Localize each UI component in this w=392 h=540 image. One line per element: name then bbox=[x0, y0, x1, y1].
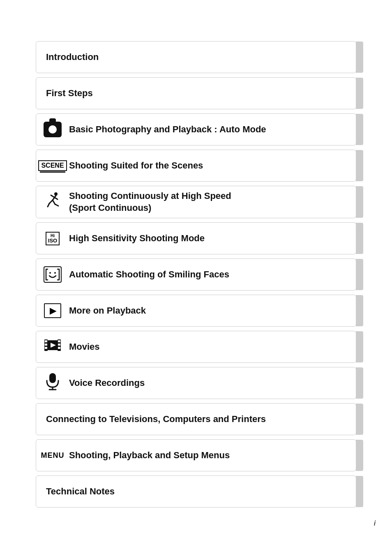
page-container: Introduction First Steps Basic Photograp… bbox=[0, 0, 392, 540]
toc-item-voice[interactable]: Voice Recordings bbox=[36, 367, 356, 399]
movie-icon-area bbox=[36, 337, 69, 357]
toc-label-hi-iso: High Sensitivity Shooting Mode bbox=[69, 228, 356, 249]
toc-item-technical[interactable]: Technical Notes bbox=[36, 475, 356, 508]
toc-label-sport: Shooting Continuously at High Speed(Spor… bbox=[69, 186, 356, 218]
menu-text-icon: MENU bbox=[41, 451, 65, 460]
sport-icon-area bbox=[36, 191, 69, 213]
hi-iso-icon: Hi ISO bbox=[46, 232, 60, 245]
menu-text-icon-area: MENU bbox=[36, 451, 69, 460]
camera-icon-area bbox=[36, 122, 69, 137]
svg-line-7 bbox=[55, 204, 58, 206]
toc-label-movies: Movies bbox=[69, 337, 356, 357]
toc-label-connecting: Connecting to Televisions, Computers and… bbox=[36, 409, 356, 429]
svg-rect-16 bbox=[58, 344, 60, 346]
svg-rect-13 bbox=[45, 347, 47, 349]
toc-item-introduction[interactable]: Introduction bbox=[36, 41, 356, 73]
svg-rect-20 bbox=[49, 373, 56, 383]
toc-label-smile: Automatic Shooting of Smiling Faces bbox=[69, 265, 356, 285]
toc-label-voice: Voice Recordings bbox=[69, 373, 356, 393]
svg-line-4 bbox=[49, 200, 53, 203]
toc-label-auto-mode: Basic Photography and Playback : Auto Mo… bbox=[69, 120, 356, 140]
play-icon: ▶ bbox=[44, 303, 61, 318]
toc-item-auto-mode[interactable]: Basic Photography and Playback : Auto Mo… bbox=[36, 113, 356, 145]
scene-icon: SCENE bbox=[38, 160, 67, 171]
play-icon-area: ▶ bbox=[36, 303, 69, 318]
smile-icon-area bbox=[36, 266, 69, 283]
toc-label-menus: Shooting, Playback and Setup Menus bbox=[69, 445, 356, 466]
toc-label-scene: Shooting Suited for the Scenes bbox=[69, 156, 356, 176]
toc-item-connecting[interactable]: Connecting to Televisions, Computers and… bbox=[36, 403, 356, 435]
toc-label-first-steps: First Steps bbox=[36, 83, 356, 104]
mic-icon-area bbox=[36, 372, 69, 394]
mic-icon bbox=[45, 372, 60, 394]
scene-icon-area: SCENE bbox=[36, 160, 69, 171]
camera-icon bbox=[44, 122, 62, 137]
svg-line-3 bbox=[54, 197, 58, 199]
svg-rect-17 bbox=[58, 347, 60, 349]
toc-label-technical: Technical Notes bbox=[36, 482, 356, 502]
toc-item-movies[interactable]: Movies bbox=[36, 331, 356, 363]
movie-icon bbox=[44, 337, 62, 357]
svg-rect-11 bbox=[45, 340, 47, 342]
page-number: i bbox=[374, 519, 376, 528]
toc-item-playback[interactable]: ▶ More on Playback bbox=[36, 295, 356, 327]
svg-rect-12 bbox=[45, 344, 47, 346]
toc-label-introduction: Introduction bbox=[36, 47, 356, 67]
svg-rect-15 bbox=[58, 340, 60, 342]
toc-item-scene[interactable]: SCENE Shooting Suited for the Scenes bbox=[36, 150, 356, 182]
svg-line-5 bbox=[48, 203, 49, 207]
svg-point-9 bbox=[54, 272, 56, 274]
sport-icon bbox=[44, 191, 62, 213]
toc-item-smile[interactable]: Automatic Shooting of Smiling Faces bbox=[36, 258, 356, 291]
smile-icon bbox=[44, 266, 62, 283]
svg-line-6 bbox=[53, 200, 55, 204]
svg-point-8 bbox=[49, 272, 51, 274]
toc-list: Introduction First Steps Basic Photograp… bbox=[36, 41, 356, 508]
toc-item-first-steps[interactable]: First Steps bbox=[36, 77, 356, 109]
hi-iso-icon-area: Hi ISO bbox=[36, 232, 69, 245]
toc-item-menus[interactable]: MENU Shooting, Playback and Setup Menus bbox=[36, 439, 356, 471]
toc-item-hi-iso[interactable]: Hi ISO High Sensitivity Shooting Mode bbox=[36, 222, 356, 254]
toc-label-playback: More on Playback bbox=[69, 301, 356, 321]
toc-item-sport[interactable]: Shooting Continuously at High Speed(Spor… bbox=[36, 186, 356, 218]
